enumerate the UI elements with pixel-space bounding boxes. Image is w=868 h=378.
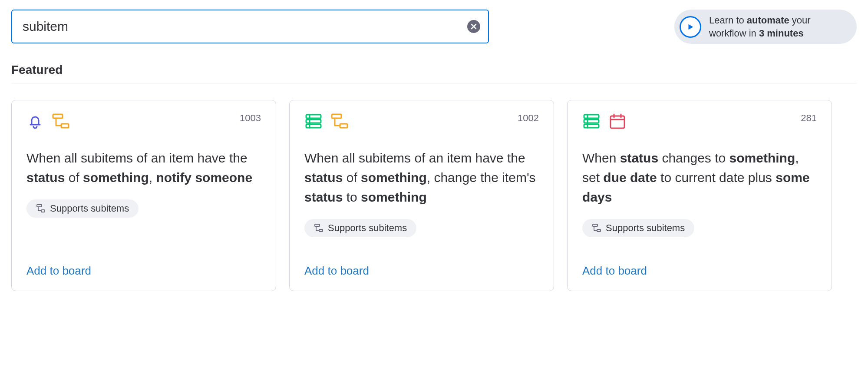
svg-rect-11 — [332, 114, 341, 118]
clear-search-button[interactable] — [467, 20, 480, 33]
svg-rect-3 — [53, 114, 63, 118]
close-icon — [470, 23, 477, 30]
card-icons — [582, 113, 627, 130]
svg-rect-17 — [584, 124, 599, 128]
automation-description: When all subitems of an item have the st… — [26, 148, 261, 187]
svg-marker-2 — [689, 24, 693, 30]
svg-rect-16 — [584, 119, 599, 123]
supports-subitems-badge: Supports subitems — [26, 199, 139, 218]
card-icons — [304, 113, 349, 130]
svg-rect-8 — [306, 119, 321, 123]
add-to-board-link[interactable]: Add to board — [304, 237, 539, 278]
svg-rect-23 — [593, 224, 597, 226]
rows-icon — [304, 113, 323, 130]
subitems-icon — [52, 113, 70, 130]
calendar-icon — [608, 113, 627, 130]
cards-row: 1003When all subitems of an item have th… — [11, 100, 857, 291]
svg-rect-12 — [340, 124, 347, 128]
subitems-icon — [36, 204, 46, 213]
svg-rect-13 — [315, 224, 320, 226]
bell-icon — [26, 113, 44, 130]
supports-subitems-badge: Supports subitems — [304, 219, 416, 237]
svg-rect-15 — [584, 115, 599, 118]
usage-count: 1003 — [240, 113, 261, 124]
svg-rect-6 — [41, 210, 45, 212]
badge-label: Supports subitems — [50, 203, 129, 214]
subitems-icon — [330, 113, 349, 130]
svg-rect-14 — [319, 229, 323, 232]
add-to-board-link[interactable]: Add to board — [26, 237, 261, 278]
learn-automate-promo[interactable]: Learn to automate your workflow in 3 min… — [674, 10, 857, 44]
automation-card[interactable]: 281When status changes to something, set… — [567, 100, 832, 291]
section-heading-featured: Featured — [11, 63, 857, 83]
svg-rect-9 — [306, 124, 321, 128]
svg-rect-7 — [306, 115, 321, 118]
svg-rect-24 — [597, 229, 601, 232]
card-icons — [26, 113, 70, 130]
svg-rect-5 — [37, 205, 42, 207]
usage-count: 281 — [801, 113, 817, 124]
usage-count: 1002 — [518, 113, 539, 124]
search-input[interactable] — [11, 10, 489, 43]
svg-rect-19 — [611, 116, 624, 128]
automation-card[interactable]: 1002When all subitems of an item have th… — [289, 100, 554, 291]
subitems-icon — [314, 223, 323, 233]
search-container — [11, 10, 489, 43]
rows-icon — [582, 113, 601, 130]
subitems-icon — [592, 223, 601, 233]
play-icon — [680, 16, 701, 38]
automation-description: When status changes to something, set du… — [582, 148, 817, 207]
badge-label: Supports subitems — [606, 222, 685, 234]
supports-subitems-badge: Supports subitems — [582, 219, 694, 237]
automation-card[interactable]: 1003When all subitems of an item have th… — [11, 100, 276, 291]
badge-label: Supports subitems — [328, 222, 407, 234]
svg-rect-4 — [61, 124, 69, 128]
learn-automate-text: Learn to automate your workflow in 3 min… — [709, 14, 844, 40]
automation-description: When all subitems of an item have the st… — [304, 148, 539, 207]
add-to-board-link[interactable]: Add to board — [582, 237, 817, 278]
